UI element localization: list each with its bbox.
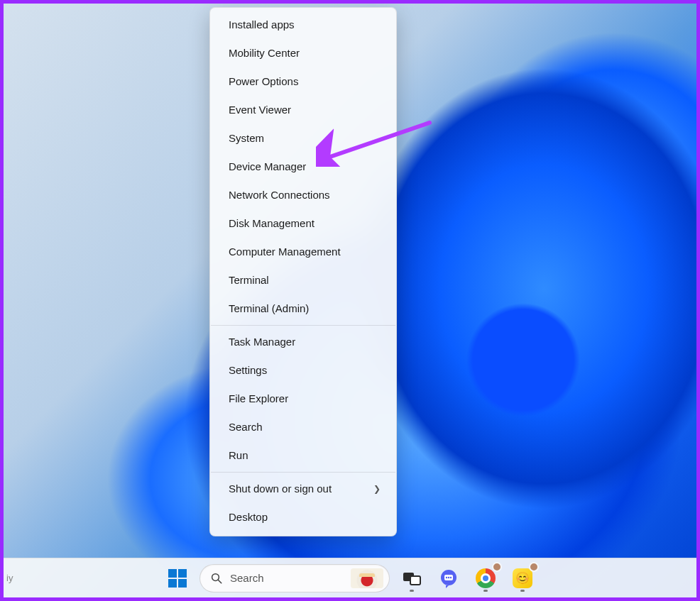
- ctx-item-computer-management[interactable]: Computer Management: [210, 238, 396, 266]
- profile-badge-icon: [529, 562, 539, 572]
- taskbar-search[interactable]: Search: [199, 564, 390, 592]
- ctx-item-terminal-admin[interactable]: Terminal (Admin): [210, 294, 396, 323]
- search-placeholder: Search: [230, 572, 344, 584]
- chrome-icon: [476, 568, 496, 588]
- ctx-label: Desktop: [229, 503, 268, 531]
- running-indicator: [410, 590, 414, 592]
- chat-icon: [439, 568, 459, 588]
- svg-point-7: [446, 576, 447, 578]
- ctx-label: Disk Management: [229, 209, 315, 238]
- ctx-item-mobility-center[interactable]: Mobility Center: [210, 39, 396, 67]
- ctx-item-task-manager[interactable]: Task Manager: [210, 328, 396, 356]
- chevron-right-icon: ❯: [373, 475, 381, 503]
- ctx-item-power-options[interactable]: Power Options: [210, 67, 396, 96]
- chrome-button[interactable]: [471, 563, 501, 593]
- ctx-label: Event Viewer: [229, 96, 291, 124]
- windows-logo-icon: [168, 569, 187, 588]
- svg-line-2: [218, 580, 222, 583]
- ctx-item-installed-apps[interactable]: Installed apps: [210, 11, 396, 39]
- ctx-item-run[interactable]: Run: [210, 441, 396, 470]
- app-button[interactable]: 😊: [508, 563, 537, 593]
- ctx-item-shutdown-signout[interactable]: Shut down or sign out ❯: [210, 475, 396, 503]
- ctx-label: Mobility Center: [229, 39, 300, 67]
- ctx-label: Device Manager: [229, 153, 306, 181]
- chat-button[interactable]: [434, 563, 464, 593]
- ctx-label: Terminal (Admin): [229, 294, 309, 323]
- search-highlight-icon: [351, 568, 383, 588]
- task-view-button[interactable]: [397, 563, 427, 593]
- taskbar-truncated-text: iy: [6, 558, 13, 597]
- ctx-item-search[interactable]: Search: [210, 413, 396, 441]
- running-indicator: [483, 590, 488, 592]
- ctx-separator: [211, 472, 395, 473]
- ctx-item-disk-management[interactable]: Disk Management: [210, 209, 396, 238]
- svg-rect-4: [410, 576, 420, 585]
- ctx-item-event-viewer[interactable]: Event Viewer: [210, 96, 396, 124]
- ctx-label: File Explorer: [229, 385, 288, 413]
- svg-point-8: [448, 576, 449, 578]
- taskbar: iy Search 😊: [4, 558, 696, 597]
- svg-point-9: [450, 576, 452, 578]
- ctx-label: Settings: [229, 356, 267, 385]
- ctx-label: Run: [229, 441, 248, 470]
- ctx-separator: [211, 325, 395, 326]
- app-icon: 😊: [513, 568, 532, 588]
- ctx-label: Terminal: [229, 266, 269, 294]
- start-button[interactable]: [163, 563, 192, 593]
- ctx-label: Power Options: [229, 67, 298, 96]
- ctx-item-settings[interactable]: Settings: [210, 356, 396, 385]
- ctx-item-network-connections[interactable]: Network Connections: [210, 181, 396, 209]
- search-icon: [210, 572, 223, 585]
- ctx-item-terminal[interactable]: Terminal: [210, 266, 396, 294]
- ctx-item-desktop[interactable]: Desktop: [210, 503, 396, 531]
- ctx-label: Search: [229, 413, 263, 441]
- task-view-icon: [403, 570, 421, 586]
- profile-badge-icon: [492, 562, 502, 572]
- ctx-label: Network Connections: [229, 181, 330, 209]
- ctx-label: Task Manager: [229, 328, 295, 356]
- ctx-item-file-explorer[interactable]: File Explorer: [210, 385, 396, 413]
- ctx-label: System: [229, 124, 264, 153]
- running-indicator: [520, 590, 525, 592]
- ctx-label: Shut down or sign out: [229, 475, 332, 503]
- ctx-item-device-manager[interactable]: Device Manager: [210, 153, 396, 181]
- ctx-item-system[interactable]: System: [210, 124, 396, 153]
- winx-context-menu: Installed apps Mobility Center Power Opt…: [209, 7, 397, 536]
- ctx-label: Computer Management: [229, 238, 341, 266]
- ctx-label: Installed apps: [229, 11, 295, 39]
